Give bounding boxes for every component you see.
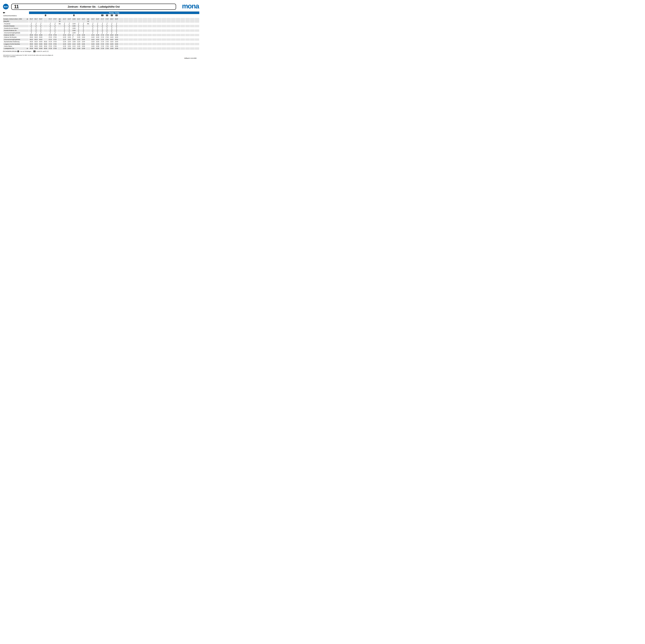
time-cell [43, 38, 48, 41]
time-cell: 17.55 [105, 43, 110, 45]
stop-name: - Hortus Natura [3, 45, 12, 47]
time-cell [76, 23, 81, 25]
time-cell: 16.28 [91, 47, 95, 49]
time-cell [34, 27, 38, 29]
time-cell: 16.58 [95, 47, 100, 49]
empty-cell [185, 43, 190, 45]
empty-cell [138, 36, 143, 38]
stop-name-cell: - Schumacherring/Engelhalde [3, 32, 29, 34]
time-cell [57, 34, 62, 36]
time-cell: 06.20 [34, 36, 38, 38]
empty-cell [171, 36, 176, 38]
stop-name: - Freudental [3, 23, 10, 25]
empty-cell [152, 43, 157, 45]
empty-cell [129, 29, 133, 32]
empty-cell [190, 32, 195, 34]
time-cell: 12.49 [67, 34, 71, 36]
empty-cell [124, 32, 128, 34]
empty-cell [119, 41, 124, 43]
empty-cell [195, 23, 199, 25]
time-cell [76, 27, 81, 29]
time-cell [91, 27, 95, 29]
time-cell: 16.17 [91, 18, 95, 23]
time-cell: 13.49 [81, 34, 86, 36]
stop-name-cell: - Keselstr./An der Weberei [3, 27, 29, 29]
time-cell: 18.55 [114, 43, 119, 45]
time-cell [81, 29, 86, 32]
time-cell: 07.17 [48, 18, 52, 23]
empty-cell [181, 45, 185, 47]
time-cell: 12.58 [67, 47, 71, 49]
empty-cell [143, 38, 147, 41]
stop-row: - Kotterner Str./Keselstr.05.5006.2006.5… [3, 36, 199, 38]
empty-cell [119, 43, 124, 45]
empty-cell [190, 36, 195, 38]
time-cell: 07.58 [53, 47, 57, 49]
stop-row: - Keselstr./Kotterner Str.13.06 [3, 29, 199, 32]
empty-cell [138, 47, 143, 49]
empty-cell [195, 32, 199, 34]
empty-cell [185, 18, 190, 23]
time-cell: 07.54 [53, 41, 57, 43]
empty-cell [176, 23, 180, 25]
stop-name-cell: - Ludwigshöhe Ostan [3, 47, 29, 49]
time-cell [91, 25, 95, 27]
time-cell: 18.52 [114, 38, 119, 41]
time-cell: 16.24 [91, 41, 95, 43]
time-cell [43, 25, 48, 27]
time-cell: 16.22 [91, 38, 95, 41]
time-cell: 12.26 [62, 45, 67, 47]
time-cell: 07.56 [53, 45, 57, 47]
empty-cell [152, 45, 157, 47]
empty-cell [181, 38, 185, 41]
empty-cell [129, 27, 133, 29]
empty-cell [195, 29, 199, 32]
time-cell [62, 23, 67, 25]
empty-cell [133, 29, 138, 32]
time-cell: 18.49 [114, 34, 119, 36]
legend-title: ZEICHENERKLÄRUNG: [3, 51, 17, 52]
empty-cell [166, 18, 171, 23]
time-cell [105, 27, 110, 29]
empty-cell [166, 27, 171, 29]
footer-info: Informationen im mona Kundencenter Tel. … [3, 54, 53, 57]
empty-cell [143, 29, 147, 32]
time-cell [86, 25, 90, 27]
time-cell: 13.10 [72, 43, 76, 45]
empty-cell [181, 47, 185, 49]
time-cell [91, 23, 95, 25]
empty-cell [166, 41, 171, 43]
time-cell: 05.47 [29, 18, 33, 23]
column-marker-hs-icon: HS [111, 15, 113, 16]
time-cell: 18.58 [114, 47, 119, 49]
time-cell [62, 27, 67, 29]
time-cell [110, 29, 114, 32]
time-cell: 18.47 [114, 18, 119, 23]
empty-cell [190, 38, 195, 41]
time-cell: 18.56 [114, 45, 119, 47]
empty-cell [124, 41, 128, 43]
time-cell: 13.00 [72, 18, 76, 23]
empty-cell [143, 34, 147, 36]
time-cell [43, 23, 48, 25]
empty-cell [129, 25, 133, 27]
time-cell [110, 23, 114, 25]
time-cell: 05.55 [29, 43, 33, 45]
stop-name: - Schumacherring/Engelhalde [3, 32, 20, 34]
empty-cell [148, 43, 152, 45]
time-cell: 13.54 [81, 41, 86, 43]
empty-cell [185, 29, 190, 32]
stop-name-cell: - Schumacherring/Engelhalde [3, 38, 29, 41]
empty-cell [166, 23, 171, 25]
time-cell [57, 38, 62, 41]
time-cell [39, 23, 43, 25]
empty-cell [143, 45, 147, 47]
valid-from-label: Gültig ab: 14.12.2025 [184, 57, 196, 59]
empty-cell [148, 34, 152, 36]
time-cell: alle30 [57, 18, 62, 23]
empty-cell [181, 18, 185, 23]
empty-cell [157, 43, 161, 45]
time-cell: 17.47 [105, 18, 110, 23]
empty-cell [143, 41, 147, 43]
time-cell: 13.28 [76, 47, 81, 49]
